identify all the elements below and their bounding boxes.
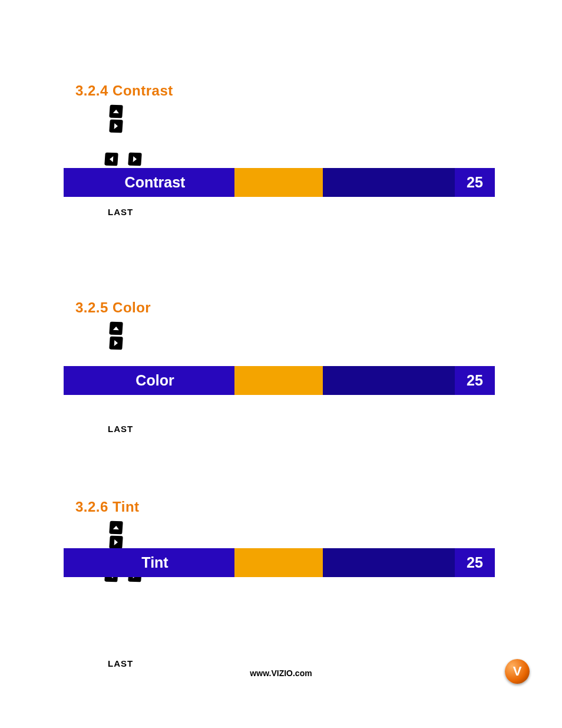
footer-url: www.VIZIO.com [0, 668, 562, 678]
right-button-icon [128, 153, 142, 166]
down-button-icon [109, 120, 123, 133]
left-button-icon [104, 153, 118, 166]
tint-slider-value: 25 [455, 554, 495, 571]
down-button-icon [109, 337, 123, 350]
color-slider-bar: Color 25 [64, 366, 495, 395]
leftright-buttons [105, 153, 497, 166]
contrast-slider-value: 25 [455, 174, 495, 191]
last-label: LAST [108, 207, 497, 217]
vizio-logo-letter: V [513, 664, 522, 679]
last-label: LAST [108, 424, 497, 434]
updown-buttons [110, 322, 497, 350]
vizio-logo-icon: V [505, 659, 530, 684]
color-slider-label: Color [64, 372, 234, 389]
updown-buttons [110, 105, 497, 133]
section-heading-tint: 3.2.6 Tint [75, 499, 497, 515]
updown-buttons [110, 521, 497, 549]
contrast-slider-fill [234, 168, 323, 197]
up-button-icon [109, 105, 123, 118]
color-slider-fill [234, 366, 323, 395]
up-button-icon [109, 521, 123, 535]
section-heading-contrast: 3.2.4 Contrast [75, 83, 497, 99]
section-heading-color: 3.2.5 Color [75, 299, 497, 316]
last-label: LAST [108, 658, 497, 668]
color-slider-value: 25 [455, 372, 495, 389]
tint-slider-bar: Tint 25 [64, 548, 495, 577]
tint-slider-track[interactable] [234, 548, 455, 577]
contrast-slider-label: Contrast [64, 174, 234, 191]
tint-slider-label: Tint [64, 554, 234, 571]
contrast-slider-track[interactable] [234, 168, 455, 197]
up-button-icon [109, 322, 123, 335]
down-button-icon [109, 536, 123, 549]
tint-slider-fill [234, 548, 323, 577]
section-tint: 3.2.6 Tint LAST [75, 499, 497, 668]
contrast-slider-bar: Contrast 25 [64, 168, 495, 197]
color-slider-track[interactable] [234, 366, 455, 395]
